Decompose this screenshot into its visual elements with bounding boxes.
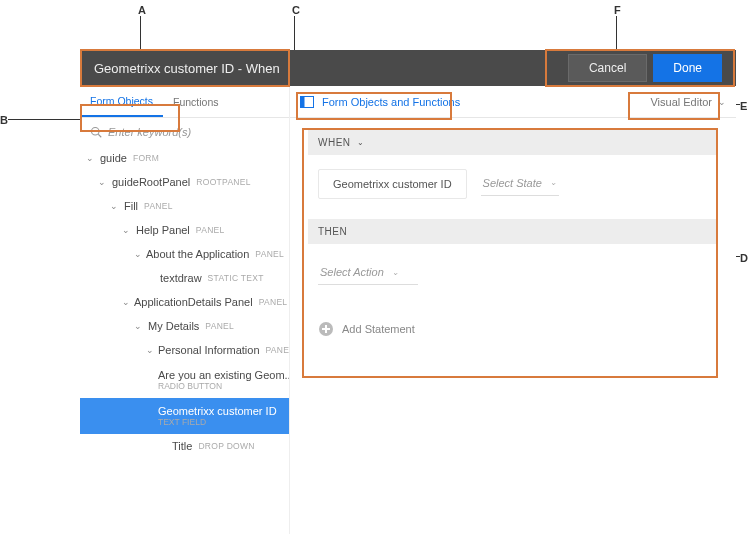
tree-item[interactable]: ⌄FillPANEL [80,194,289,218]
tree-item-type: STATIC TEXT [208,273,264,283]
annotation-d: D [740,252,748,264]
sidebar: Form Objects Functions Enter keyword(s) … [80,86,290,534]
annotation-a: A [138,4,146,16]
chevron-down-icon: ⌄ [550,178,557,187]
tree-item-label: guideRootPanel [112,176,190,188]
annotation-c: C [292,4,300,16]
sidebar-tabs: Form Objects Functions [80,86,289,118]
tree-item[interactable]: ⌄Help PanelPANEL [80,218,289,242]
tree-item-label: Personal Information [158,344,260,356]
when-section-body: Geometrixx customer ID Select State ⌄ [308,155,718,219]
tree-item-type: PANEL [205,321,234,331]
tree-item-label: About the Application [146,248,249,260]
main-container: Form Objects Functions Enter keyword(s) … [80,86,736,534]
chevron-icon: ⌄ [122,297,130,307]
panel-toggle-label: Form Objects and Functions [322,96,460,108]
tab-functions[interactable]: Functions [163,86,229,117]
select-state-dropdown[interactable]: Select State ⌄ [481,173,559,196]
tree-item[interactable]: TitleDROP DOWN [80,434,289,458]
tree-item-label: Fill [124,200,138,212]
dialog-header: Geometrixx customer ID - When Cancel Don… [80,50,736,86]
then-section-header: THEN [308,219,718,244]
svg-rect-3 [301,96,305,107]
search-placeholder: Enter keyword(s) [108,126,191,138]
rule-canvas: WHEN ⌄ Geometrixx customer ID Select Sta… [290,118,736,357]
tree-item-type: PANEL [144,201,173,211]
tab-form-objects[interactable]: Form Objects [80,86,163,117]
tree-item-type: PANEL [196,225,225,235]
chevron-down-icon: ⌄ [392,268,399,277]
done-button[interactable]: Done [653,54,722,82]
tree-item-label: Help Panel [136,224,190,236]
tree-item-label: ApplicationDetails Panel [134,296,253,308]
editor-toolbar: Form Objects and Functions Visual Editor… [290,86,736,118]
chevron-down-icon: ⌄ [718,97,726,107]
tree-item-type: PANEL [255,249,284,259]
tree-item[interactable]: ⌄My DetailsPANEL [80,314,289,338]
svg-point-0 [92,128,100,136]
rule-editor-panel: Form Objects and Functions Visual Editor… [290,86,736,534]
cancel-button[interactable]: Cancel [568,54,647,82]
tree-item-type: ROOTPANEL [196,177,251,187]
editor-mode-label: Visual Editor [650,96,712,108]
tree-item[interactable]: Geometrixx customer IDTEXT FIELD [80,398,289,434]
tree-item-label: Geometrixx customer ID [158,405,283,417]
tree-item-label: My Details [148,320,199,332]
tree-item-label: Title [172,440,192,452]
then-label: THEN [318,226,347,237]
when-object-chip[interactable]: Geometrixx customer ID [318,169,467,199]
then-section-body: Select Action ⌄ [308,244,718,313]
tree-item-type: RADIO BUTTON [158,381,283,391]
chevron-icon: ⌄ [86,153,96,163]
add-statement-button[interactable]: Add Statement [308,313,718,345]
tree-item[interactable]: ⌄guideFORM [80,146,289,170]
tree-item[interactable]: ⌄ApplicationDetails PanelPANEL [80,290,289,314]
tree-item[interactable]: ⌄guideRootPanelROOTPANEL [80,170,289,194]
tree-item-type: FORM [133,153,159,163]
search-icon [90,126,102,138]
chevron-icon: ⌄ [122,225,132,235]
tree-item-type: PANEL [259,297,288,307]
editor-mode-dropdown[interactable]: Visual Editor ⌄ [650,96,726,108]
tree-item-label: guide [100,152,127,164]
chevron-icon: ⌄ [134,321,144,331]
add-statement-label: Add Statement [342,323,415,335]
when-label: WHEN [318,137,351,148]
tree-item-label: textdraw [160,272,202,284]
annotation-f: F [614,4,621,16]
dialog-title: Geometrixx customer ID - When [94,61,280,76]
plus-circle-icon [318,321,334,337]
select-action-dropdown[interactable]: Select Action ⌄ [318,262,418,285]
annotation-b: B [0,114,8,126]
tree-item[interactable]: Are you an existing Geom...RADIO BUTTON [80,362,289,398]
tree-item-label: Are you an existing Geom... [158,369,283,381]
annotation-e: E [740,100,747,112]
form-objects-tree[interactable]: ⌄guideFORM⌄guideRootPanelROOTPANEL⌄FillP… [80,146,289,534]
chevron-icon: ⌄ [98,177,108,187]
tree-item[interactable]: textdrawSTATIC TEXT [80,266,289,290]
tree-item-type: TEXT FIELD [158,417,283,427]
select-state-label: Select State [483,177,542,189]
search-input[interactable]: Enter keyword(s) [80,118,289,146]
tree-item-type: PANEL [266,345,290,355]
chevron-icon: ⌄ [134,249,142,259]
chevron-icon: ⌄ [146,345,154,355]
select-action-label: Select Action [320,266,384,278]
tree-item-type: DROP DOWN [198,441,254,451]
chevron-down-icon: ⌄ [357,138,365,147]
svg-line-1 [98,134,101,137]
tree-item[interactable]: ⌄Personal InformationPANEL [80,338,289,362]
toggle-form-objects-functions[interactable]: Form Objects and Functions [300,96,460,108]
when-section-header[interactable]: WHEN ⌄ [308,130,718,155]
tree-item[interactable]: ⌄About the ApplicationPANEL [80,242,289,266]
panel-toggle-icon [300,96,314,108]
chevron-icon: ⌄ [110,201,120,211]
